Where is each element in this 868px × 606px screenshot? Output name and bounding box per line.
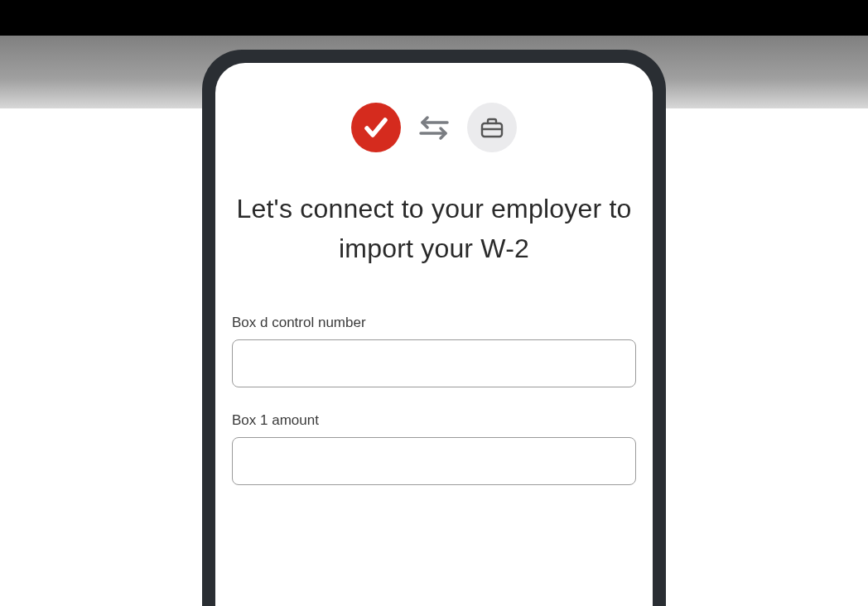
briefcase-icon (467, 103, 517, 152)
box1-amount-field-group: Box 1 amount (232, 412, 636, 485)
top-black-band (0, 0, 868, 36)
phone-frame: Let's connect to your employer to import… (202, 50, 666, 606)
box1-amount-input[interactable] (232, 437, 636, 485)
control-number-input[interactable] (232, 339, 636, 387)
control-number-label: Box d control number (232, 315, 636, 331)
box1-amount-label: Box 1 amount (232, 412, 636, 429)
control-number-field-group: Box d control number (232, 315, 636, 387)
icon-header-row (232, 103, 636, 152)
checkmark-circle-icon (351, 103, 401, 152)
phone-screen: Let's connect to your employer to import… (215, 63, 653, 606)
sync-arrows-icon (416, 113, 452, 142)
page-heading: Let's connect to your employer to import… (232, 189, 636, 268)
